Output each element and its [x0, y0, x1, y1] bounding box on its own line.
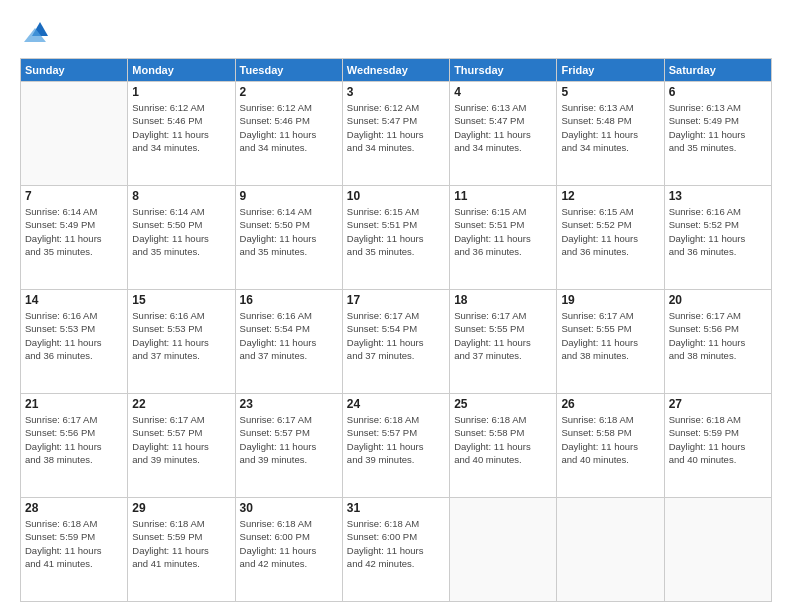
calendar-week-row: 28Sunrise: 6:18 AM Sunset: 5:59 PM Dayli… [21, 498, 772, 602]
day-number: 12 [561, 189, 659, 203]
day-info: Sunrise: 6:17 AM Sunset: 5:56 PM Dayligh… [669, 309, 767, 362]
day-number: 3 [347, 85, 445, 99]
calendar-cell [450, 498, 557, 602]
calendar-cell: 30Sunrise: 6:18 AM Sunset: 6:00 PM Dayli… [235, 498, 342, 602]
day-number: 10 [347, 189, 445, 203]
day-info: Sunrise: 6:12 AM Sunset: 5:46 PM Dayligh… [240, 101, 338, 154]
calendar-week-row: 7Sunrise: 6:14 AM Sunset: 5:49 PM Daylig… [21, 186, 772, 290]
day-info: Sunrise: 6:17 AM Sunset: 5:57 PM Dayligh… [132, 413, 230, 466]
calendar-cell: 14Sunrise: 6:16 AM Sunset: 5:53 PM Dayli… [21, 290, 128, 394]
calendar-table: SundayMondayTuesdayWednesdayThursdayFrid… [20, 58, 772, 602]
day-number: 13 [669, 189, 767, 203]
calendar-cell [557, 498, 664, 602]
day-number: 11 [454, 189, 552, 203]
calendar-week-row: 1Sunrise: 6:12 AM Sunset: 5:46 PM Daylig… [21, 82, 772, 186]
calendar-cell: 24Sunrise: 6:18 AM Sunset: 5:57 PM Dayli… [342, 394, 449, 498]
calendar-cell: 18Sunrise: 6:17 AM Sunset: 5:55 PM Dayli… [450, 290, 557, 394]
day-number: 1 [132, 85, 230, 99]
day-number: 6 [669, 85, 767, 99]
day-number: 27 [669, 397, 767, 411]
calendar-cell: 25Sunrise: 6:18 AM Sunset: 5:58 PM Dayli… [450, 394, 557, 498]
day-info: Sunrise: 6:12 AM Sunset: 5:46 PM Dayligh… [132, 101, 230, 154]
day-info: Sunrise: 6:18 AM Sunset: 5:59 PM Dayligh… [25, 517, 123, 570]
calendar-cell: 17Sunrise: 6:17 AM Sunset: 5:54 PM Dayli… [342, 290, 449, 394]
calendar-cell [21, 82, 128, 186]
logo [20, 18, 54, 48]
header [20, 18, 772, 48]
calendar-cell: 11Sunrise: 6:15 AM Sunset: 5:51 PM Dayli… [450, 186, 557, 290]
day-number: 4 [454, 85, 552, 99]
calendar-cell: 9Sunrise: 6:14 AM Sunset: 5:50 PM Daylig… [235, 186, 342, 290]
day-info: Sunrise: 6:18 AM Sunset: 5:58 PM Dayligh… [561, 413, 659, 466]
col-header-sunday: Sunday [21, 59, 128, 82]
calendar-cell: 1Sunrise: 6:12 AM Sunset: 5:46 PM Daylig… [128, 82, 235, 186]
calendar-cell: 10Sunrise: 6:15 AM Sunset: 5:51 PM Dayli… [342, 186, 449, 290]
day-info: Sunrise: 6:12 AM Sunset: 5:47 PM Dayligh… [347, 101, 445, 154]
day-number: 16 [240, 293, 338, 307]
day-number: 28 [25, 501, 123, 515]
col-header-friday: Friday [557, 59, 664, 82]
day-info: Sunrise: 6:18 AM Sunset: 6:00 PM Dayligh… [240, 517, 338, 570]
day-info: Sunrise: 6:18 AM Sunset: 5:59 PM Dayligh… [132, 517, 230, 570]
day-number: 18 [454, 293, 552, 307]
calendar-cell: 22Sunrise: 6:17 AM Sunset: 5:57 PM Dayli… [128, 394, 235, 498]
day-info: Sunrise: 6:17 AM Sunset: 5:55 PM Dayligh… [454, 309, 552, 362]
col-header-tuesday: Tuesday [235, 59, 342, 82]
day-info: Sunrise: 6:14 AM Sunset: 5:49 PM Dayligh… [25, 205, 123, 258]
calendar-cell: 6Sunrise: 6:13 AM Sunset: 5:49 PM Daylig… [664, 82, 771, 186]
col-header-monday: Monday [128, 59, 235, 82]
day-number: 21 [25, 397, 123, 411]
day-number: 17 [347, 293, 445, 307]
day-info: Sunrise: 6:18 AM Sunset: 5:58 PM Dayligh… [454, 413, 552, 466]
day-info: Sunrise: 6:13 AM Sunset: 5:48 PM Dayligh… [561, 101, 659, 154]
day-info: Sunrise: 6:18 AM Sunset: 5:57 PM Dayligh… [347, 413, 445, 466]
calendar-cell: 23Sunrise: 6:17 AM Sunset: 5:57 PM Dayli… [235, 394, 342, 498]
col-header-thursday: Thursday [450, 59, 557, 82]
logo-icon [20, 18, 50, 48]
day-number: 25 [454, 397, 552, 411]
day-info: Sunrise: 6:16 AM Sunset: 5:53 PM Dayligh… [132, 309, 230, 362]
col-header-wednesday: Wednesday [342, 59, 449, 82]
calendar-week-row: 14Sunrise: 6:16 AM Sunset: 5:53 PM Dayli… [21, 290, 772, 394]
calendar-week-row: 21Sunrise: 6:17 AM Sunset: 5:56 PM Dayli… [21, 394, 772, 498]
day-number: 8 [132, 189, 230, 203]
day-number: 5 [561, 85, 659, 99]
calendar-cell: 12Sunrise: 6:15 AM Sunset: 5:52 PM Dayli… [557, 186, 664, 290]
day-info: Sunrise: 6:13 AM Sunset: 5:49 PM Dayligh… [669, 101, 767, 154]
day-info: Sunrise: 6:15 AM Sunset: 5:51 PM Dayligh… [454, 205, 552, 258]
calendar-cell: 5Sunrise: 6:13 AM Sunset: 5:48 PM Daylig… [557, 82, 664, 186]
day-info: Sunrise: 6:17 AM Sunset: 5:54 PM Dayligh… [347, 309, 445, 362]
day-info: Sunrise: 6:17 AM Sunset: 5:56 PM Dayligh… [25, 413, 123, 466]
day-info: Sunrise: 6:18 AM Sunset: 5:59 PM Dayligh… [669, 413, 767, 466]
day-number: 14 [25, 293, 123, 307]
day-info: Sunrise: 6:16 AM Sunset: 5:54 PM Dayligh… [240, 309, 338, 362]
calendar-cell: 3Sunrise: 6:12 AM Sunset: 5:47 PM Daylig… [342, 82, 449, 186]
day-number: 26 [561, 397, 659, 411]
calendar-cell: 28Sunrise: 6:18 AM Sunset: 5:59 PM Dayli… [21, 498, 128, 602]
day-number: 31 [347, 501, 445, 515]
calendar-cell: 16Sunrise: 6:16 AM Sunset: 5:54 PM Dayli… [235, 290, 342, 394]
calendar-cell [664, 498, 771, 602]
day-info: Sunrise: 6:18 AM Sunset: 6:00 PM Dayligh… [347, 517, 445, 570]
calendar-cell: 15Sunrise: 6:16 AM Sunset: 5:53 PM Dayli… [128, 290, 235, 394]
day-number: 7 [25, 189, 123, 203]
day-number: 19 [561, 293, 659, 307]
col-header-saturday: Saturday [664, 59, 771, 82]
day-info: Sunrise: 6:14 AM Sunset: 5:50 PM Dayligh… [240, 205, 338, 258]
calendar-cell: 7Sunrise: 6:14 AM Sunset: 5:49 PM Daylig… [21, 186, 128, 290]
calendar-cell: 21Sunrise: 6:17 AM Sunset: 5:56 PM Dayli… [21, 394, 128, 498]
calendar-cell: 19Sunrise: 6:17 AM Sunset: 5:55 PM Dayli… [557, 290, 664, 394]
day-number: 29 [132, 501, 230, 515]
day-number: 23 [240, 397, 338, 411]
day-info: Sunrise: 6:16 AM Sunset: 5:53 PM Dayligh… [25, 309, 123, 362]
page: SundayMondayTuesdayWednesdayThursdayFrid… [0, 0, 792, 612]
calendar-cell: 29Sunrise: 6:18 AM Sunset: 5:59 PM Dayli… [128, 498, 235, 602]
calendar-cell: 2Sunrise: 6:12 AM Sunset: 5:46 PM Daylig… [235, 82, 342, 186]
day-number: 2 [240, 85, 338, 99]
day-number: 9 [240, 189, 338, 203]
day-info: Sunrise: 6:17 AM Sunset: 5:57 PM Dayligh… [240, 413, 338, 466]
calendar-cell: 13Sunrise: 6:16 AM Sunset: 5:52 PM Dayli… [664, 186, 771, 290]
calendar-header-row: SundayMondayTuesdayWednesdayThursdayFrid… [21, 59, 772, 82]
calendar-cell: 27Sunrise: 6:18 AM Sunset: 5:59 PM Dayli… [664, 394, 771, 498]
calendar-cell: 31Sunrise: 6:18 AM Sunset: 6:00 PM Dayli… [342, 498, 449, 602]
